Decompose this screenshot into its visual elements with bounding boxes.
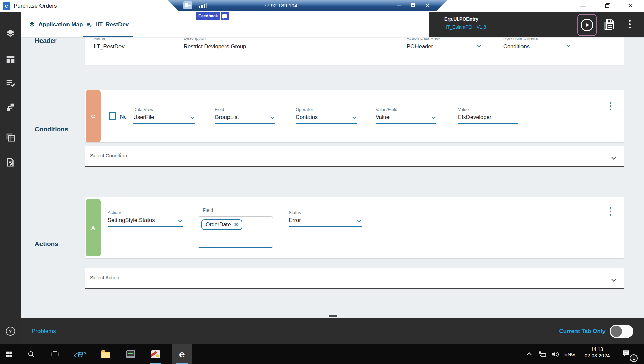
preview-play-button[interactable]	[577, 14, 597, 36]
rules-list-icon[interactable]	[5, 78, 16, 88]
tool-app-button[interactable]	[146, 344, 165, 364]
save-button[interactable]	[602, 18, 616, 31]
action-center-button[interactable]	[622, 349, 630, 359]
action-actions-field[interactable]: Actions SettingStyle.Status	[108, 210, 183, 227]
operator-label: Operator	[296, 107, 357, 112]
internet-explorer-button[interactable]: e	[71, 344, 89, 364]
field-chip[interactable]: OrderDate ✕	[201, 219, 242, 230]
language-indicator[interactable]: ENG	[564, 352, 575, 357]
rdp-restore-button[interactable]	[409, 2, 417, 9]
rdp-address: 77.92.189.104	[168, 3, 393, 8]
field-chip-label: OrderDate	[206, 222, 231, 228]
sidebar: ?	[0, 12, 21, 344]
windows-taskbar: e e	[0, 344, 644, 364]
play-icon	[581, 19, 593, 31]
rdp-restore-icon	[411, 4, 415, 7]
date: 02-03-2024	[579, 353, 615, 358]
volume-icon[interactable]	[551, 350, 560, 360]
select-action-dropdown[interactable]: Select Action	[85, 268, 624, 289]
section-divider	[21, 176, 644, 176]
name-value[interactable]: IIT_RestDev	[93, 43, 168, 53]
action-status-field[interactable]: Status Error	[289, 210, 362, 227]
layers-icon[interactable]	[5, 28, 16, 38]
start-button[interactable]	[0, 344, 18, 364]
panel-resize-handle[interactable]	[329, 315, 337, 317]
help-button[interactable]: ?	[6, 327, 15, 336]
window-minimize-button[interactable]: —	[578, 1, 588, 10]
folder-icon	[101, 352, 110, 358]
select-action-placeholder: Select Action	[90, 275, 119, 280]
condition-value-field-field[interactable]: Value/Field Value	[376, 107, 436, 124]
tab-application-map[interactable]: Application Map	[29, 12, 83, 37]
flow-icon[interactable]	[5, 102, 16, 112]
name-field[interactable]: Name IIT_RestDev	[93, 38, 168, 53]
description-field[interactable]: Description Restrict Devlopers Group	[184, 38, 392, 53]
action-card: A Actions SettingStyle.Status Field Orde…	[85, 197, 624, 258]
condition-card: C Nc Data View UserFile Field GroupList …	[85, 90, 624, 142]
chip-remove-icon[interactable]: ✕	[234, 222, 238, 228]
current-tab-only-label: Current Tab Only	[559, 328, 606, 335]
condition-menu-button[interactable]	[610, 102, 611, 110]
notification-count-badge: 1	[630, 354, 638, 362]
file-explorer-button[interactable]	[97, 344, 115, 364]
rdp-connection-bar: 77.92.189.104 — ✕	[168, 0, 447, 11]
rdp-minimize-button[interactable]: —	[395, 2, 403, 9]
task-view-button[interactable]	[46, 344, 64, 364]
clock[interactable]: 14:13 02-03-2024	[579, 344, 615, 364]
notification-icon	[622, 349, 630, 358]
grid-icon[interactable]	[5, 132, 16, 142]
condition-operator-field[interactable]: Operator Contains	[296, 107, 357, 124]
description-value[interactable]: Restrict Devlopers Group	[184, 43, 392, 53]
current-tab-only-toggle[interactable]	[610, 325, 633, 338]
condition-data-view-field[interactable]: Data View UserFile	[133, 107, 195, 124]
window-close-button[interactable]: ✕	[625, 1, 636, 10]
not-checkbox[interactable]	[109, 112, 116, 120]
taskbar-search-button[interactable]	[22, 344, 41, 364]
overflow-menu-button[interactable]	[629, 20, 631, 28]
value-field-value: Value	[376, 114, 436, 123]
tab-iit-restdev[interactable]: IIT_RestDev	[86, 12, 129, 37]
app-monitor-button[interactable]	[122, 344, 140, 364]
value-label: Value	[458, 107, 518, 112]
condition-value-field[interactable]: Value EfxDeveloper	[458, 107, 518, 124]
rule-tab-icon	[86, 21, 93, 28]
internet-explorer-icon: e	[75, 349, 85, 359]
actions-section-title: Actions	[35, 240, 58, 248]
toggle-knob	[611, 326, 622, 337]
chevron-down-icon[interactable]	[611, 277, 617, 282]
action-badge: A	[86, 199, 101, 256]
time: 14:13	[579, 346, 615, 352]
app-info-panel: Erp.UI.POEntry IIT_EslamPO - V1.8	[429, 12, 644, 37]
tab-iit-restdev-label: IIT_RestDev	[96, 21, 129, 28]
chevron-down-icon[interactable]	[611, 155, 617, 160]
data-view-value: UserFile	[133, 114, 195, 123]
window-title: Purchase Orders	[14, 3, 57, 9]
action-data-view-value[interactable]: POHeader	[407, 43, 482, 53]
action-data-view-field[interactable]: Action Data View POHeader	[407, 38, 482, 53]
select-condition-dropdown[interactable]: Select Condition	[85, 146, 624, 167]
layout-icon[interactable]	[5, 54, 16, 64]
problems-link[interactable]: Problems	[32, 328, 56, 335]
action-menu-button[interactable]	[610, 207, 611, 216]
tray-expand-icon[interactable]	[527, 352, 532, 358]
header-section-title: Header	[35, 37, 56, 45]
operator-value: Contains	[296, 114, 357, 123]
monitor-app-icon	[126, 350, 135, 358]
document-edit-icon[interactable]	[5, 157, 16, 167]
rdp-close-button[interactable]: ✕	[424, 2, 431, 9]
network-icon[interactable]	[538, 350, 547, 360]
feedback-label: Feedback	[196, 12, 220, 20]
condition-badge: C	[86, 90, 101, 142]
epicor-app-button[interactable]: e	[172, 344, 192, 364]
feedback-tab[interactable]: Feedback	[196, 12, 229, 20]
layer-name[interactable]: IIT_EslamPO - V1.8	[444, 24, 486, 30]
condition-field-field[interactable]: Field GroupList	[215, 107, 275, 124]
windows-logo-icon	[5, 351, 13, 358]
actions-value: SettingStyle.Status	[108, 217, 183, 226]
value-field-label: Value/Field	[376, 107, 436, 112]
action-field-multiselect[interactable]: OrderDate ✕	[198, 216, 273, 248]
window-restore-button[interactable]	[602, 1, 612, 10]
task-view-icon	[51, 350, 59, 358]
row-rule-criteria-field[interactable]: Row Rule Criteria Conditions	[503, 38, 571, 53]
row-rule-criteria-value[interactable]: Conditions	[503, 43, 571, 53]
